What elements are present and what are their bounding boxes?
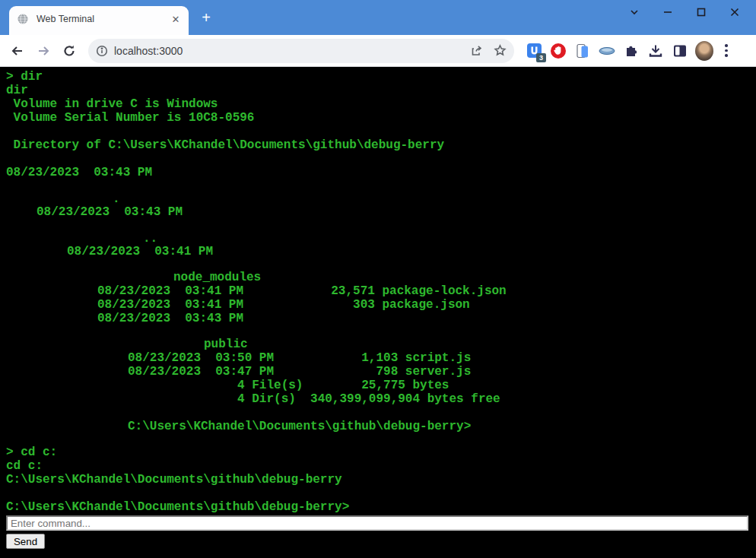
info-icon[interactable] xyxy=(96,45,108,57)
globe-favicon-icon xyxy=(17,13,29,25)
lens-oval-icon[interactable] xyxy=(598,42,616,60)
clipboard-phone-icon[interactable] xyxy=(573,42,592,60)
terminal-line: > dir xyxy=(6,70,43,84)
terminal-line: Volume Serial Number is 10C8-0596 xyxy=(6,111,254,125)
send-button[interactable]: Send xyxy=(6,534,45,549)
browser-toolbar: localhost:3000 3 xyxy=(0,35,756,67)
url-text[interactable]: localhost:3000 xyxy=(114,45,470,57)
terminal-page: > dirdir Volume in drive C is Windows Vo… xyxy=(0,67,756,558)
terminal-line: C:\Users\KChandel\Documents\github\debug… xyxy=(6,500,349,514)
extension-badge: 3 xyxy=(536,53,546,62)
terminal-line: 08/23/2023 03:47 PM 798 server.js xyxy=(128,365,471,379)
terminal-line: . xyxy=(113,192,120,206)
terminal-line: .. xyxy=(143,232,157,246)
terminal-line: Volume in drive C is Windows xyxy=(6,97,218,111)
reload-button[interactable] xyxy=(58,40,81,62)
password-manager-icon[interactable]: 3 xyxy=(525,42,543,60)
command-input[interactable] xyxy=(6,515,748,531)
tab-web-terminal[interactable]: Web Terminal ✕ xyxy=(9,6,189,35)
terminal-line: 08/23/2023 03:43 PM xyxy=(97,312,243,325)
terminal-line: 08/23/2023 03:43 PM xyxy=(6,166,152,179)
address-bar[interactable]: localhost:3000 xyxy=(88,39,514,63)
terminal-line: node_modules xyxy=(173,271,261,284)
back-button[interactable] xyxy=(6,40,29,62)
minimize-button[interactable] xyxy=(651,2,685,23)
sidebar-icon[interactable] xyxy=(671,42,689,60)
downloads-icon[interactable] xyxy=(646,42,665,60)
maximize-button[interactable] xyxy=(685,2,718,23)
terminal-line: 4 File(s) 25,775 bytes xyxy=(128,379,449,392)
close-window-button[interactable] xyxy=(718,2,751,23)
terminal-line: 08/23/2023 03:41 PM 303 package.json xyxy=(97,298,470,312)
browser-window: Web Terminal ✕ + xyxy=(0,0,756,558)
profile-avatar[interactable] xyxy=(695,42,713,60)
tab-search-chevron-icon[interactable] xyxy=(618,2,651,23)
terminal-line: public xyxy=(204,338,248,351)
tab-close-icon[interactable]: ✕ xyxy=(169,12,183,26)
puzzle-extensions-icon[interactable] xyxy=(622,42,640,60)
share-icon[interactable] xyxy=(470,44,483,57)
extensions-row: 3 xyxy=(525,42,733,60)
forward-button[interactable] xyxy=(32,40,55,62)
terminal-line: 4 Dir(s) 340,399,099,904 bytes free xyxy=(128,392,500,406)
new-tab-button[interactable]: + xyxy=(196,8,216,27)
terminal-line: C:\Users\KChandel\Documents\github\debug… xyxy=(6,473,342,487)
window-controls xyxy=(618,2,751,23)
tab-title: Web Terminal xyxy=(37,14,169,24)
terminal-line: 08/23/2023 03:41 PM xyxy=(67,245,213,258)
overflow-menu-icon[interactable] xyxy=(719,42,733,60)
terminal-line: 08/23/2023 03:41 PM 23,571 package-lock.… xyxy=(97,284,507,298)
terminal-line: dir xyxy=(6,84,28,97)
terminal-line: cd c: xyxy=(6,459,43,473)
terminal-line: Directory of C:\Users\KChandel\Documents… xyxy=(6,138,444,152)
terminal-line: 08/23/2023 03:43 PM xyxy=(37,205,183,219)
star-bookmark-icon[interactable] xyxy=(494,44,507,57)
terminal-line: > cd c: xyxy=(6,445,57,459)
terminal-line: 08/23/2023 03:50 PM 1,103 script.js xyxy=(128,351,471,365)
tab-strip: Web Terminal ✕ + xyxy=(0,0,756,35)
terminal-line: C:\Users\KChandel\Documents\github\debug… xyxy=(128,420,471,433)
adblock-hand-icon[interactable] xyxy=(549,42,567,60)
